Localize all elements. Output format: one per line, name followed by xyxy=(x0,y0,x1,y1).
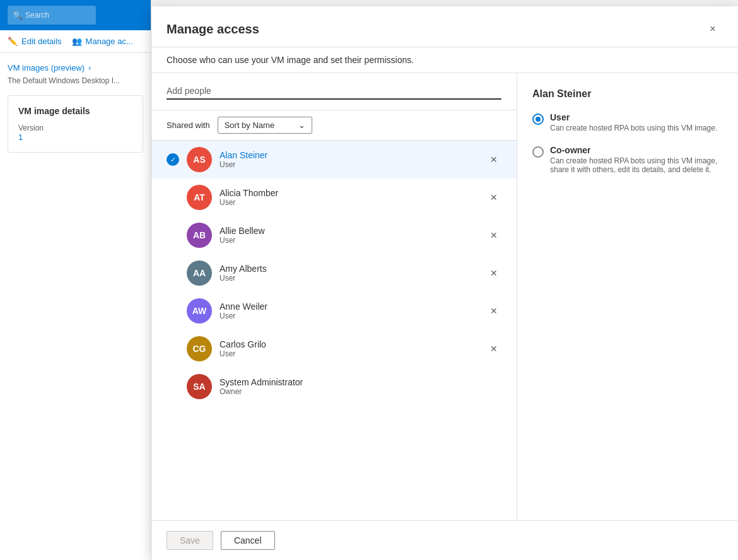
people-panel: Shared with Sort by Name ⌄ ✓ AS Alan Ste… xyxy=(151,73,517,520)
list-item[interactable]: AB Allie Bellew User ✕ xyxy=(151,216,517,254)
card-title: VM image details xyxy=(18,106,132,116)
edit-details-button[interactable]: ✏️ Edit details xyxy=(8,37,62,46)
breadcrumb: VM images (preview) › xyxy=(8,63,143,73)
list-item[interactable]: AT Alicia Thomber User ✕ xyxy=(151,178,517,216)
person-name: Allie Bellew xyxy=(220,226,479,236)
person-role: User xyxy=(220,312,479,320)
list-item[interactable]: AA Amy Alberts User ✕ xyxy=(151,254,517,292)
toolbar: ✏️ Edit details 👥 Manage ac... xyxy=(0,30,151,53)
person-info: System Administrator Owner xyxy=(220,377,501,396)
manage-access-dialog: Manage access × Choose who can use your … xyxy=(151,6,738,560)
person-role: User xyxy=(220,236,479,245)
shared-with-row: Shared with Sort by Name ⌄ xyxy=(151,110,517,141)
add-people-input[interactable] xyxy=(167,83,501,100)
dialog-footer: Save Cancel xyxy=(151,520,738,560)
person-role: User xyxy=(220,274,479,283)
version-label: Version xyxy=(18,124,132,132)
avatar: AW xyxy=(187,298,212,324)
page-subtitle: The Default Windows Desktop I... xyxy=(8,76,143,85)
close-button[interactable]: × xyxy=(703,19,723,39)
permissions-panel: Alan Steiner User Can create hosted RPA … xyxy=(517,73,738,520)
avatar: AA xyxy=(187,260,212,286)
dialog-title: Manage access xyxy=(167,22,259,37)
person-info: Amy Alberts User xyxy=(220,264,479,283)
avatar: SA xyxy=(187,374,212,399)
coowner-permission-option[interactable]: Co-owner Can create hosted RPA bots usin… xyxy=(532,145,723,174)
user-permission-desc: Can create hosted RPA bots using this VM… xyxy=(550,124,717,132)
list-item[interactable]: AW Anne Weiler User ✕ xyxy=(151,292,517,330)
version-value: 1 xyxy=(18,132,132,142)
page-content: VM images (preview) › The Default Window… xyxy=(0,53,151,163)
coowner-permission-info: Co-owner Can create hosted RPA bots usin… xyxy=(550,145,723,174)
people-list: ✓ AS Alan Steiner User ✕ AT Alicia Thomb… xyxy=(151,141,517,520)
remove-button[interactable]: ✕ xyxy=(486,303,501,318)
chevron-down-icon: ⌄ xyxy=(298,120,305,130)
avatar: AS xyxy=(187,147,212,172)
selected-check-icon: ✓ xyxy=(167,153,179,166)
list-item[interactable]: CG Carlos Grilo User ✕ xyxy=(151,330,517,368)
cancel-button[interactable]: Cancel xyxy=(221,531,275,550)
edit-icon: ✏️ xyxy=(8,37,18,46)
selected-user-name: Alan Steiner xyxy=(532,88,723,100)
person-role: User xyxy=(220,349,479,358)
remove-button[interactable]: ✕ xyxy=(486,265,501,281)
remove-button[interactable]: ✕ xyxy=(486,152,501,167)
shared-with-label: Shared with xyxy=(167,120,210,130)
list-item[interactable]: ✓ AS Alan Steiner User ✕ xyxy=(151,141,517,178)
search-icon: 🔍 xyxy=(13,11,23,20)
remove-button[interactable]: ✕ xyxy=(486,228,501,243)
avatar: AT xyxy=(187,185,212,210)
background-page: 🔍 Search ✏️ Edit details 👥 Manage ac... … xyxy=(0,0,151,560)
person-info: Alicia Thomber User xyxy=(220,188,479,207)
avatar: CG xyxy=(187,336,212,361)
person-info: Anne Weiler User xyxy=(220,301,479,320)
user-permission-option[interactable]: User Can create hosted RPA bots using th… xyxy=(532,112,723,132)
person-name: System Administrator xyxy=(220,377,501,387)
person-role: User xyxy=(220,198,479,207)
manage-access-button[interactable]: 👥 Manage ac... xyxy=(72,37,133,46)
person-name: Carlos Grilo xyxy=(220,339,479,349)
user-radio[interactable] xyxy=(532,114,544,125)
user-permission-info: User Can create hosted RPA bots using th… xyxy=(550,112,717,132)
coowner-radio[interactable] xyxy=(532,146,544,158)
page-header: 🔍 Search xyxy=(0,0,151,30)
add-people-section xyxy=(151,73,517,110)
avatar: AB xyxy=(187,223,212,248)
person-role: Owner xyxy=(220,387,501,396)
remove-button[interactable]: ✕ xyxy=(486,190,501,205)
search-box[interactable]: 🔍 Search xyxy=(8,6,96,25)
person-role: User xyxy=(220,160,479,169)
person-info: Alan Steiner User xyxy=(220,150,479,169)
coowner-permission-desc: Can create hosted RPA bots using this VM… xyxy=(550,156,723,174)
list-item[interactable]: SA System Administrator Owner xyxy=(151,368,517,405)
person-info: Carlos Grilo User xyxy=(220,339,479,358)
sort-dropdown[interactable]: Sort by Name ⌄ xyxy=(218,117,312,134)
user-permission-label: User xyxy=(550,112,717,122)
check-area: ✓ xyxy=(167,153,179,166)
radio-dot xyxy=(536,117,541,122)
person-name: Alan Steiner xyxy=(220,150,479,160)
coowner-permission-label: Co-owner xyxy=(550,145,723,155)
dialog-header: Manage access × xyxy=(151,6,738,47)
details-card: VM image details Version 1 xyxy=(8,95,143,153)
person-name: Anne Weiler xyxy=(220,301,479,312)
dialog-description: Choose who can use your VM image and set… xyxy=(151,47,738,73)
person-name: Alicia Thomber xyxy=(220,188,479,198)
person-info: Allie Bellew User xyxy=(220,226,479,245)
person-name: Amy Alberts xyxy=(220,264,479,274)
dialog-body: Shared with Sort by Name ⌄ ✓ AS Alan Ste… xyxy=(151,73,738,520)
remove-button[interactable]: ✕ xyxy=(486,341,501,356)
manage-icon: 👥 xyxy=(72,37,82,46)
save-button[interactable]: Save xyxy=(167,531,213,550)
